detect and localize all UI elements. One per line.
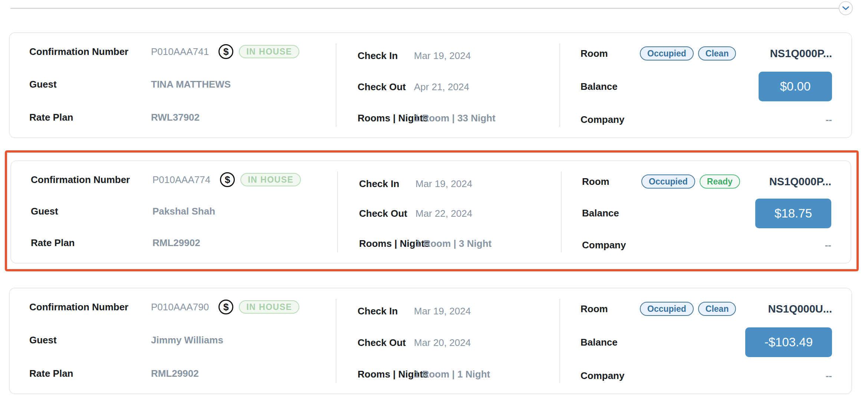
- reservation-info-column: Confirmation Number P010AAA774 $ IN HOUS…: [11, 161, 338, 263]
- rooms-nights-row: Rooms | Nights 1 Room | 3 Night: [359, 233, 558, 254]
- guest-row: Guest Pakshal Shah: [31, 201, 334, 222]
- selected-reservation-highlight: Confirmation Number P010AAA774 $ IN HOUS…: [5, 150, 859, 271]
- column-divider: [561, 171, 562, 252]
- housekeeping-status-badge: Clean: [698, 46, 736, 61]
- check-in-label: Check In: [359, 178, 415, 190]
- collapse-section-button[interactable]: [839, 1, 853, 15]
- check-out-row: Check Out Mar 20, 2024: [358, 332, 556, 353]
- check-in-label: Check In: [358, 305, 414, 317]
- check-in-label: Check In: [358, 50, 414, 62]
- rate-plan-row: Rate Plan RWL37902: [29, 107, 333, 128]
- company-row: Company --: [581, 365, 832, 386]
- confirmation-number-label: Confirmation Number: [29, 301, 151, 313]
- status-badge: IN HOUSE: [239, 300, 299, 314]
- confirmation-number-value: P010AAA790: [151, 301, 209, 313]
- rooms-nights-label: Rooms | Nights: [358, 369, 414, 380]
- balance-row: Balance $0.00: [581, 72, 832, 101]
- company-row: Company --: [581, 109, 832, 130]
- rate-plan-row: Rate Plan RML29902: [31, 232, 334, 253]
- balance-row: Balance -$103.49: [581, 327, 832, 357]
- room-label: Room: [582, 176, 641, 187]
- check-out-value: Mar 22, 2024: [415, 208, 472, 219]
- company-value: --: [825, 239, 831, 251]
- rate-plan-label: Rate Plan: [29, 368, 151, 379]
- reservation-card[interactable]: Confirmation Number P010AAA790 $ IN HOUS…: [9, 288, 852, 394]
- rooms-nights-row: Rooms | Nights 1 Room | 33 Night: [358, 108, 556, 128]
- confirmation-number-value: P010AAA774: [152, 174, 210, 186]
- room-status-badge: Occupied: [640, 302, 694, 316]
- company-label: Company: [582, 239, 641, 251]
- rooms-nights-label: Rooms | Nights: [358, 112, 414, 124]
- check-out-label: Check Out: [358, 81, 414, 93]
- column-divider: [337, 171, 338, 252]
- room-balance-column: Room Occupied Ready NS1Q000P... Balance …: [562, 161, 851, 263]
- balance-row: Balance $18.75: [582, 199, 831, 228]
- payment-dollar-icon[interactable]: $: [218, 44, 233, 59]
- column-divider: [559, 299, 560, 383]
- balance-button[interactable]: $18.75: [755, 199, 831, 228]
- company-value: --: [826, 370, 832, 382]
- status-badge: IN HOUSE: [239, 45, 299, 58]
- confirmation-number-value: P010AAA741: [151, 46, 209, 58]
- confirmation-row: Confirmation Number P010AAA774 $ IN HOUS…: [31, 169, 334, 190]
- rooms-nights-value: 1 Room | 33 Night: [414, 112, 496, 124]
- dates-column: Check In Mar 19, 2024 Check Out Mar 20, …: [336, 288, 560, 393]
- room-row: Room Occupied Clean NS1Q000U...: [581, 298, 832, 319]
- check-out-value: Mar 20, 2024: [414, 337, 471, 349]
- confirmation-row: Confirmation Number P010AAA741 $ IN HOUS…: [29, 41, 333, 62]
- room-number: NS1Q000P...: [769, 176, 831, 188]
- dates-column: Check In Mar 19, 2024 Check Out Mar 22, …: [338, 161, 562, 263]
- check-out-value: Apr 21, 2024: [414, 81, 469, 93]
- confirmation-number-label: Confirmation Number: [31, 174, 152, 186]
- payment-dollar-icon[interactable]: $: [218, 300, 233, 314]
- check-in-value: Mar 19, 2024: [414, 305, 471, 317]
- company-value: --: [826, 114, 832, 125]
- room-label: Room: [581, 303, 640, 315]
- balance-button[interactable]: $0.00: [759, 72, 832, 101]
- balance-label: Balance: [582, 208, 641, 219]
- housekeeping-status-badge: Ready: [700, 174, 740, 189]
- rooms-nights-value: 1 Room | 3 Night: [415, 238, 491, 249]
- housekeeping-status-badge: Clean: [698, 302, 736, 316]
- room-status-badge: Occupied: [641, 174, 695, 189]
- guest-row: Guest TINA MATTHEWS: [29, 74, 333, 95]
- company-label: Company: [581, 114, 640, 125]
- confirmation-number-label: Confirmation Number: [29, 46, 151, 58]
- chevron-down-icon: [842, 6, 849, 10]
- dates-column: Check In Mar 19, 2024 Check Out Apr 21, …: [336, 33, 560, 137]
- reservation-info-column: Confirmation Number P010AAA790 $ IN HOUS…: [10, 288, 336, 393]
- check-out-label: Check Out: [358, 337, 414, 349]
- guest-row: Guest Jimmy Williams: [29, 330, 333, 351]
- check-out-row: Check Out Apr 21, 2024: [358, 76, 556, 97]
- room-balance-column: Room Occupied Clean NS1Q000P... Balance …: [560, 33, 851, 137]
- rate-plan-row: Rate Plan RML29902: [29, 363, 333, 384]
- rate-plan-label: Rate Plan: [31, 237, 152, 249]
- column-divider: [336, 299, 336, 383]
- balance-button[interactable]: -$103.49: [745, 327, 832, 357]
- room-number: NS1Q000P...: [770, 48, 832, 60]
- reservation-card[interactable]: Confirmation Number P010AAA774 $ IN HOUS…: [10, 160, 851, 264]
- rooms-nights-row: Rooms | Nights 1 Room | 1 Night: [358, 364, 556, 385]
- room-label: Room: [581, 48, 640, 59]
- column-divider: [336, 43, 336, 127]
- guest-label: Guest: [31, 206, 152, 217]
- check-in-value: Mar 19, 2024: [415, 178, 472, 190]
- check-out-label: Check Out: [359, 208, 415, 219]
- payment-dollar-icon[interactable]: $: [220, 172, 235, 187]
- confirmation-row: Confirmation Number P010AAA790 $ IN HOUS…: [29, 297, 333, 317]
- guest-value: TINA MATTHEWS: [151, 79, 231, 90]
- room-balance-column: Room Occupied Clean NS1Q000U... Balance …: [560, 288, 851, 393]
- reservation-card[interactable]: Confirmation Number P010AAA741 $ IN HOUS…: [9, 32, 852, 138]
- rate-plan-label: Rate Plan: [29, 112, 151, 123]
- room-status-badge: Occupied: [640, 46, 694, 61]
- rate-plan-value: RML29902: [151, 368, 199, 379]
- company-row: Company --: [582, 235, 831, 255]
- section-divider: [10, 8, 839, 9]
- company-label: Company: [581, 370, 640, 382]
- rooms-nights-value: 1 Room | 1 Night: [414, 369, 490, 380]
- guest-label: Guest: [29, 79, 151, 90]
- guest-value: Jimmy Williams: [151, 334, 223, 346]
- rate-plan-value: RWL37902: [151, 112, 200, 123]
- room-row: Room Occupied Ready NS1Q000P...: [582, 171, 831, 192]
- check-in-row: Check In Mar 19, 2024: [358, 45, 556, 66]
